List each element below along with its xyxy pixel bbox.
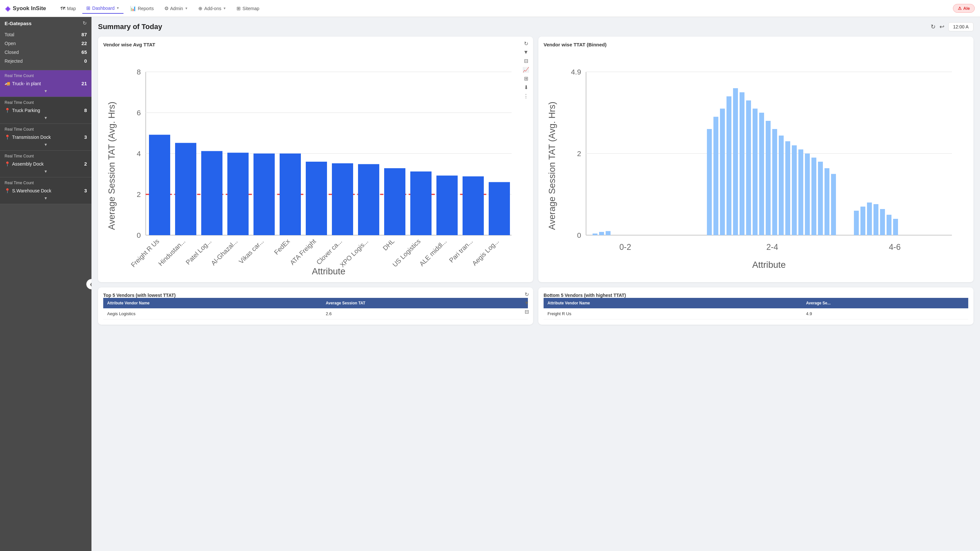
stat-total: Total 87: [5, 30, 87, 39]
table1-header-row: Attribute Vendor Name Average Session TA…: [103, 298, 528, 308]
alert-button[interactable]: ⚠ Ale: [953, 4, 975, 13]
chart1-actions: ↻ ▼ ⊟ 📈 ⊞ ⬇ ⋮: [523, 41, 529, 99]
chart1-table-icon[interactable]: ⊟: [524, 58, 528, 64]
table1-actions: ↻ ▼ ⊟: [524, 291, 529, 315]
svg-text:Attribute: Attribute: [752, 260, 786, 270]
chart1-filter-icon[interactable]: ▼: [523, 49, 528, 55]
stat-total-value: 87: [81, 32, 87, 37]
table1-title: Top 5 Vendors (with lowest TTAT): [103, 293, 176, 298]
nav-sitemap-label: Sitemap: [242, 6, 259, 11]
svg-text:0: 0: [137, 231, 141, 240]
svg-rect-62: [886, 215, 891, 235]
table1-body: Aegis Logistics 2.6: [103, 308, 528, 319]
rtc-block-truck-in-plant: Real Time Count 🚚Truck- in plant 21 ▼: [0, 70, 91, 97]
alert-label: Ale: [963, 6, 970, 11]
rtc-expand-truck-in-plant[interactable]: ▼: [5, 87, 87, 95]
nav-admin[interactable]: ⚙ Admin ▼: [161, 3, 192, 13]
nav-reports[interactable]: 📊 Reports: [126, 3, 158, 13]
svg-rect-50: [792, 145, 797, 235]
undo-button[interactable]: ↩: [940, 23, 944, 30]
rtc-count-swarehouse-dock: 3: [84, 188, 87, 193]
table1-grid-icon[interactable]: ⊟: [525, 309, 529, 315]
chart2-title: Vendor wise TTAT (Binned): [544, 42, 607, 48]
brand-name: Syook InSite: [13, 5, 46, 12]
nav-dashboard[interactable]: ⊞ Dashboard ▼: [82, 3, 123, 14]
rtc-expand-swarehouse-dock[interactable]: ▼: [5, 195, 87, 202]
rtc-icon-swarehouse-dock: 📍S.Warehouse Dock: [5, 188, 51, 193]
table2-col-tat: Average Se...: [802, 298, 968, 308]
nav-map-label: Map: [67, 6, 76, 11]
stat-closed-label: Closed: [5, 50, 19, 55]
svg-rect-59: [867, 203, 872, 235]
svg-text:Clover ca...: Clover ca...: [315, 237, 343, 266]
svg-rect-48: [779, 135, 784, 235]
nav-sitemap[interactable]: ⊞ Sitemap: [232, 3, 263, 13]
sidebar-collapse-button[interactable]: ❮: [86, 279, 91, 289]
rtc-expand-truck-parking[interactable]: ▼: [5, 114, 87, 122]
svg-text:8: 8: [137, 68, 141, 76]
stat-rejected-value: 0: [84, 58, 87, 64]
chart1-more-icon[interactable]: ⋮: [523, 93, 528, 99]
rtc-count-transmission-dock: 3: [84, 134, 87, 140]
svg-text:2: 2: [577, 149, 581, 158]
collapse-icon: ❮: [89, 281, 91, 287]
nav-dashboard-label: Dashboard: [92, 6, 115, 11]
map-icon: 🗺: [60, 6, 65, 11]
chart-ttat-binned: Vendor wise TTAT (Binned) Average Sessio…: [538, 37, 974, 282]
charts-row: Vendor wise Avg TTAT ↻ ▼ ⊟ 📈 ⊞ ⬇ ⋮ Avera…: [98, 37, 974, 282]
chart2-svg-wrap: Average Session TAT (Avg. Hrs) 0 2 4.9: [544, 48, 968, 277]
rtc-icon-truck-parking: 📍Truck Parking: [5, 108, 40, 113]
rtc-block-assembly-dock: Real Time Count 📍Assembly Dock 2 ▼: [0, 151, 91, 177]
table1-col-vendor: Attribute Vendor Name: [103, 298, 322, 308]
rtc-label-truck-in-plant: Real Time Count: [5, 73, 87, 78]
chart-avg-ttat: Vendor wise Avg TTAT ↻ ▼ ⊟ 📈 ⊞ ⬇ ⋮ Avera…: [98, 37, 533, 282]
stat-rejected: Rejected 0: [5, 57, 87, 65]
chart1-grid-icon[interactable]: ⊞: [524, 75, 528, 82]
bar-7: [332, 163, 353, 235]
svg-text:DHL: DHL: [381, 237, 396, 252]
admin-icon: ⚙: [164, 6, 169, 11]
nav-map[interactable]: 🗺 Map: [57, 3, 80, 13]
rtc-container: Real Time Count 🚚Truck- in plant 21 ▼ Re…: [0, 70, 91, 204]
chart1-title: Vendor wise Avg TTAT: [103, 42, 155, 48]
bar-6: [306, 162, 327, 235]
table1-filter-icon[interactable]: ▼: [524, 300, 529, 306]
chart1-refresh-icon[interactable]: ↻: [524, 41, 528, 47]
svg-rect-60: [873, 204, 878, 235]
svg-text:2: 2: [137, 191, 141, 198]
table2-header-row: Attribute Vendor Name Average Se...: [544, 298, 968, 308]
chart1-download-icon[interactable]: ⬇: [524, 84, 528, 91]
svg-rect-45: [759, 113, 764, 235]
rtc-label-truck-parking: Real Time Count: [5, 100, 87, 105]
egatepass-refresh-icon[interactable]: ↻: [83, 20, 87, 26]
svg-text:0: 0: [577, 231, 581, 240]
sidebar: ❮ E-Gatepass ↻ Total 87 Open 22 Closed 6…: [0, 17, 91, 551]
chart1-svg: Average Session TAT (Avg. Hrs) 0 2 4 6 8: [103, 48, 528, 276]
dashboard-arrow: ▼: [116, 6, 119, 10]
rtc-expand-assembly-dock[interactable]: ▼: [5, 168, 87, 175]
svg-text:2-4: 2-4: [766, 242, 778, 251]
bar-5: [280, 154, 301, 235]
stat-total-label: Total: [5, 32, 14, 37]
svg-text:Attribute: Attribute: [312, 266, 345, 276]
chart1-line-icon[interactable]: 📈: [523, 67, 529, 73]
rtc-label-swarehouse-dock: Real Time Count: [5, 181, 87, 185]
stat-rejected-label: Rejected: [5, 59, 22, 64]
admin-arrow: ▼: [185, 6, 188, 10]
bar-9: [384, 168, 406, 235]
rtc-row-transmission-dock: 📍Transmission Dock 3: [5, 133, 87, 141]
table2-data: Attribute Vendor Name Average Se... Frei…: [544, 298, 968, 319]
nav-addons-label: Add-ons: [204, 6, 221, 11]
svg-rect-56: [831, 174, 836, 235]
svg-rect-49: [785, 141, 790, 235]
table1-refresh-icon[interactable]: ↻: [525, 291, 529, 297]
svg-text:0-2: 0-2: [619, 242, 631, 251]
svg-text:Al-Ghazal...: Al-Ghazal...: [210, 237, 239, 267]
rtc-expand-transmission-dock[interactable]: ▼: [5, 141, 87, 148]
svg-rect-35: [599, 232, 604, 235]
refresh-button[interactable]: ↻: [931, 23, 935, 30]
bar-1: [175, 143, 196, 235]
svg-text:ALE middl...: ALE middl...: [418, 237, 448, 267]
svg-text:Freight R Us: Freight R Us: [129, 237, 161, 268]
nav-addons[interactable]: ⊕ Add-ons ▼: [194, 3, 230, 13]
